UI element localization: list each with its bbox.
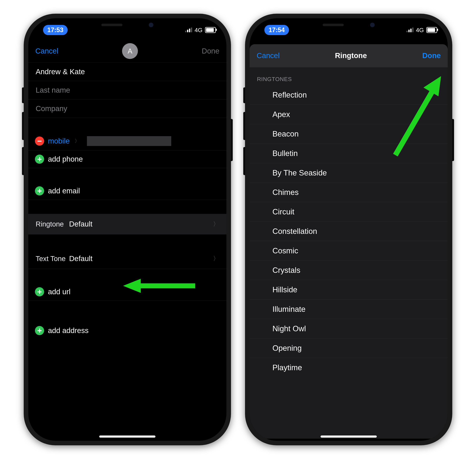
add-address-icon[interactable] bbox=[35, 326, 44, 335]
svg-line-2 bbox=[395, 89, 434, 155]
modal-title: Ringtone bbox=[335, 51, 367, 60]
notch bbox=[83, 18, 172, 32]
add-phone-icon[interactable] bbox=[35, 155, 44, 164]
home-indicator[interactable] bbox=[321, 435, 377, 438]
cancel-button[interactable]: Cancel bbox=[257, 51, 280, 60]
annotation-arrow-ringtone bbox=[123, 276, 197, 295]
texttone-value: Default bbox=[69, 254, 93, 263]
add-url-label: add url bbox=[48, 287, 70, 296]
done-button[interactable]: Done bbox=[422, 51, 441, 60]
cancel-button[interactable]: Cancel bbox=[35, 47, 58, 55]
ringtone-value: Default bbox=[69, 220, 92, 228]
ringtone-row[interactable]: Ringtone Default 〉 bbox=[28, 214, 226, 234]
annotation-arrow-done bbox=[385, 71, 448, 162]
first-name-field[interactable]: Andrew & Kate bbox=[28, 63, 226, 81]
ringtone-option[interactable]: Circuit bbox=[250, 202, 448, 221]
last-name-field[interactable]: Last name bbox=[28, 81, 226, 99]
home-indicator[interactable] bbox=[99, 435, 155, 438]
ringtone-option[interactable]: Hillside bbox=[250, 280, 448, 300]
status-time: 17:54 bbox=[264, 25, 289, 35]
texttone-label: Text Tone bbox=[36, 255, 66, 263]
ringtone-option[interactable]: Illuminate bbox=[250, 300, 448, 319]
avatar-letter: A bbox=[128, 47, 132, 55]
nav-bar: Cancel A Done bbox=[28, 40, 226, 63]
phone-number-redacted[interactable] bbox=[87, 136, 171, 146]
signal-icon bbox=[407, 28, 414, 32]
avatar[interactable]: A bbox=[122, 43, 138, 59]
done-button[interactable]: Done bbox=[202, 47, 219, 55]
chevron-right-icon: 〉 bbox=[213, 254, 219, 263]
chevron-right-icon: 〉 bbox=[75, 138, 80, 144]
ringtone-option[interactable]: Chimes bbox=[250, 183, 448, 202]
texttone-row[interactable]: Text Tone Default 〉 bbox=[28, 248, 226, 269]
add-address-label: add address bbox=[48, 326, 89, 335]
battery-icon bbox=[426, 27, 437, 33]
chevron-right-icon: 〉 bbox=[213, 220, 219, 228]
company-field[interactable]: Company bbox=[28, 99, 226, 118]
ringtone-option[interactable]: Crystals bbox=[250, 261, 448, 280]
remove-phone-icon[interactable] bbox=[35, 137, 44, 146]
network-label: 4G bbox=[416, 27, 424, 33]
screen-right: 17:54 4G Cancel Ringtone Done RINGTONES … bbox=[250, 18, 448, 441]
add-phone-label: add phone bbox=[48, 155, 83, 163]
add-email-icon[interactable] bbox=[35, 186, 44, 196]
notch bbox=[304, 18, 393, 32]
battery-icon bbox=[205, 27, 216, 33]
ringtone-option[interactable]: Opening bbox=[250, 338, 448, 358]
ringtone-label: Ringtone bbox=[36, 220, 64, 228]
status-time: 17:53 bbox=[43, 25, 68, 35]
ringtone-option[interactable]: Night Owl bbox=[250, 319, 448, 338]
add-email-label: add email bbox=[48, 187, 80, 195]
phone-type-label[interactable]: mobile bbox=[48, 137, 70, 145]
phone-row-mobile[interactable]: mobile 〉 bbox=[28, 132, 226, 150]
add-url-icon[interactable] bbox=[35, 287, 44, 296]
ringtone-option[interactable]: Playtime bbox=[250, 358, 448, 377]
modal-nav-bar: Cancel Ringtone Done bbox=[250, 44, 448, 67]
add-phone-row[interactable]: add phone bbox=[28, 150, 226, 168]
signal-icon bbox=[185, 28, 192, 32]
ringtone-option[interactable]: Constellation bbox=[250, 221, 448, 241]
phone-right: 17:54 4G Cancel Ringtone Done RINGTONES … bbox=[245, 14, 452, 445]
add-email-row[interactable]: add email bbox=[28, 182, 226, 200]
phone-left: 17:53 4G Cancel A Done Andrew & Kate Las… bbox=[24, 14, 231, 445]
screen-left: 17:53 4G Cancel A Done Andrew & Kate Las… bbox=[28, 18, 226, 441]
ringtone-option[interactable]: Cosmic bbox=[250, 241, 448, 261]
ringtone-option[interactable]: By The Seaside bbox=[250, 163, 448, 183]
network-label: 4G bbox=[195, 27, 203, 33]
svg-marker-1 bbox=[123, 279, 141, 293]
add-address-row[interactable]: add address bbox=[28, 322, 226, 339]
